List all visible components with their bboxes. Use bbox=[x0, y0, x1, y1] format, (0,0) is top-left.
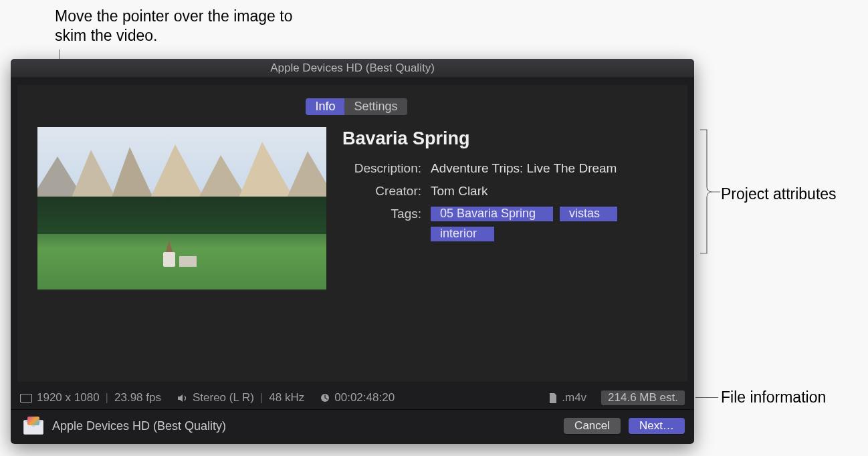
window-title: Apple Devices HD (Best Quality) bbox=[270, 62, 435, 75]
separator: | bbox=[106, 391, 108, 405]
callout-fileinfo-line bbox=[695, 397, 718, 398]
tab-bar: Info Settings bbox=[306, 98, 407, 115]
field-description: Description: Adventure Trips: Live The D… bbox=[342, 161, 675, 176]
field-tags: Tags: 05 Bavaria Spring vistas interior bbox=[342, 207, 675, 241]
callout-skim: Move the pointer over the image to skim … bbox=[55, 7, 296, 45]
file-icon bbox=[549, 393, 557, 403]
share-destination-title: Apple Devices HD (Best Quality) bbox=[52, 419, 226, 433]
callout-skim-text: Move the pointer over the image to skim … bbox=[55, 7, 292, 44]
callout-bracket bbox=[699, 129, 721, 259]
tag-item[interactable]: interior bbox=[431, 227, 494, 241]
file-size: 214.6 MB est. bbox=[601, 390, 685, 405]
tab-info[interactable]: Info bbox=[306, 98, 344, 115]
cancel-button[interactable]: Cancel bbox=[564, 418, 621, 434]
duration-value: 00:02:48:20 bbox=[334, 391, 395, 405]
audio-icon bbox=[177, 394, 188, 403]
separator: | bbox=[260, 391, 263, 405]
dialog-footer: Apple Devices HD (Best Quality) Cancel N… bbox=[11, 409, 694, 443]
file-info-bar: 1920 x 1080 | 23.98 fps Stereo (L R) | 4… bbox=[11, 388, 694, 409]
file-ext: .m4v bbox=[562, 391, 586, 405]
audio-value: Stereo (L R) bbox=[193, 391, 254, 405]
next-button[interactable]: Next… bbox=[629, 418, 685, 434]
project-attributes: Bavaria Spring Description: Adventure Tr… bbox=[342, 127, 675, 290]
label-tags: Tags: bbox=[342, 207, 421, 241]
label-description: Description: bbox=[342, 161, 421, 176]
dimensions-value: 1920 x 1080 bbox=[37, 391, 100, 405]
creator-value[interactable]: Tom Clark bbox=[431, 184, 675, 199]
tab-settings[interactable]: Settings bbox=[344, 98, 407, 115]
tags-container[interactable]: 05 Bavaria Spring vistas interior bbox=[431, 207, 675, 241]
clock-icon bbox=[320, 393, 330, 403]
project-title: Bavaria Spring bbox=[342, 128, 675, 149]
share-destination-icon bbox=[21, 417, 44, 435]
window-titlebar: Apple Devices HD (Best Quality) bbox=[11, 59, 694, 78]
callout-file-information: File information bbox=[721, 388, 868, 407]
tag-item[interactable]: vistas bbox=[560, 207, 617, 221]
fps-value: 23.98 fps bbox=[114, 391, 161, 405]
dialog-content: Info Settings Bavaria Spring Description… bbox=[17, 85, 687, 382]
main-row: Bavaria Spring Description: Adventure Tr… bbox=[37, 127, 675, 290]
video-thumbnail[interactable] bbox=[37, 127, 326, 290]
field-creator: Creator: Tom Clark bbox=[342, 184, 675, 199]
svg-rect-0 bbox=[21, 394, 32, 402]
export-dialog: Apple Devices HD (Best Quality) Info Set… bbox=[11, 59, 694, 444]
callout-file-information-text: File information bbox=[721, 388, 826, 406]
dimensions-icon bbox=[20, 394, 32, 403]
description-value[interactable]: Adventure Trips: Live The Dream bbox=[431, 161, 675, 176]
samplerate-value: 48 kHz bbox=[269, 391, 304, 405]
callout-project-attributes-text: Project attributes bbox=[721, 185, 837, 203]
label-creator: Creator: bbox=[342, 184, 421, 199]
tag-item[interactable]: 05 Bavaria Spring bbox=[431, 207, 553, 221]
callout-project-attributes: Project attributes bbox=[721, 185, 855, 204]
